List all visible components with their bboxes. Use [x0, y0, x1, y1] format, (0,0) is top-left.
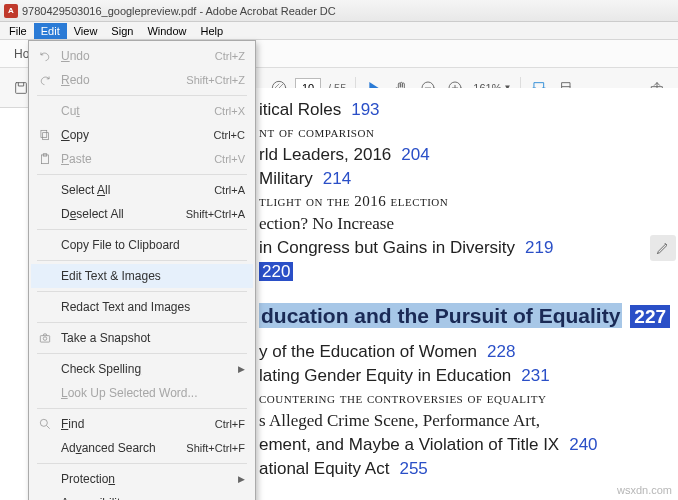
- submenu-arrow-icon: ▶: [238, 364, 245, 374]
- document-page: itical Roles193 nt of comparison rld Lea…: [255, 88, 678, 500]
- toc-entry: in Congress but Gains in Diversity219: [259, 238, 674, 258]
- menu-redo[interactable]: Redo Shift+Ctrl+Z: [31, 68, 253, 92]
- svg-rect-8: [41, 130, 47, 137]
- menu-find[interactable]: FindCtrl+F: [31, 412, 253, 436]
- menu-window[interactable]: Window: [140, 23, 193, 39]
- toc-entry: s Alleged Crime Scene, Performance Art,: [259, 411, 674, 431]
- toc-entry: rld Leaders, 2016204: [259, 145, 674, 165]
- menu-view[interactable]: View: [67, 23, 105, 39]
- menu-copy-file[interactable]: Copy File to Clipboard: [31, 233, 253, 257]
- menu-protection[interactable]: Protection▶: [31, 467, 253, 491]
- menubar: File Edit View Sign Window Help: [0, 22, 678, 40]
- menu-file[interactable]: File: [2, 23, 34, 39]
- titlebar: A 9780429503016_googlepreview.pdf - Adob…: [0, 0, 678, 22]
- menu-lookup-word[interactable]: Look Up Selected Word...: [31, 381, 253, 405]
- menu-undo[interactable]: Undo Ctrl+Z: [31, 44, 253, 68]
- toc-entry: y of the Education of Women228: [259, 342, 674, 362]
- search-icon: [37, 416, 53, 432]
- window-title: 9780429503016_googlepreview.pdf - Adobe …: [22, 5, 336, 17]
- edit-annotation-handle[interactable]: [650, 235, 676, 261]
- menu-check-spelling[interactable]: Check Spelling▶: [31, 357, 253, 381]
- menu-paste[interactable]: PasteCtrl+V: [31, 147, 253, 171]
- redo-icon: [37, 72, 53, 88]
- camera-icon: [37, 330, 53, 346]
- menu-help[interactable]: Help: [194, 23, 231, 39]
- app-icon: A: [4, 4, 18, 18]
- menu-snapshot[interactable]: Take a Snapshot: [31, 326, 253, 350]
- toc-entry: lating Gender Equity in Education231: [259, 366, 674, 386]
- edit-dropdown: Undo Ctrl+Z Redo Shift+Ctrl+Z CutCtrl+X …: [28, 40, 256, 500]
- toc-heading: tlight on the 2016 election: [259, 193, 674, 210]
- toc-entry: Military214: [259, 169, 674, 189]
- toc-entry: ection? No Increase: [259, 214, 674, 234]
- submenu-arrow-icon: ▶: [238, 474, 245, 484]
- toc-entry: 220: [259, 262, 674, 282]
- menu-edit-text-images[interactable]: Edit Text & Images: [31, 264, 253, 288]
- svg-point-13: [40, 419, 47, 426]
- menu-advanced-search[interactable]: Advanced SearchShift+Ctrl+F: [31, 436, 253, 460]
- svg-point-12: [43, 337, 47, 341]
- svg-rect-7: [43, 133, 49, 140]
- undo-icon: [37, 48, 53, 64]
- menu-cut[interactable]: CutCtrl+X: [31, 99, 253, 123]
- toc-heading: countering the controversies of equality: [259, 390, 674, 407]
- section-title-selected: ducation and the Pursuit of Equality227: [259, 304, 674, 328]
- menu-copy[interactable]: CopyCtrl+C: [31, 123, 253, 147]
- toc-entry: itical Roles193: [259, 100, 674, 120]
- copy-icon: [37, 127, 53, 143]
- toc-entry: ational Equity Act255: [259, 459, 674, 479]
- toc-entry: ement, and Maybe a Violation of Title IX…: [259, 435, 674, 455]
- menu-deselect-all[interactable]: Deselect AllShift+Ctrl+A: [31, 202, 253, 226]
- svg-rect-0: [16, 82, 27, 93]
- menu-accessibility[interactable]: Accessibility▶: [31, 491, 253, 500]
- toc-heading: nt of comparison: [259, 124, 674, 141]
- menu-redact[interactable]: Redact Text and Images: [31, 295, 253, 319]
- paste-icon: [37, 151, 53, 167]
- watermark: wsxdn.com: [617, 484, 672, 496]
- menu-select-all[interactable]: Select AllCtrl+A: [31, 178, 253, 202]
- menu-edit[interactable]: Edit: [34, 23, 67, 39]
- menu-sign[interactable]: Sign: [104, 23, 140, 39]
